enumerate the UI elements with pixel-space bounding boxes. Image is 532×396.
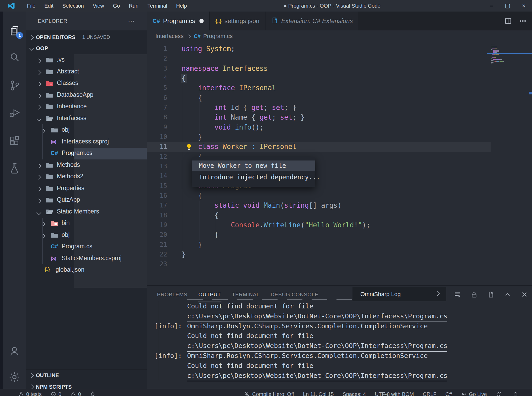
code-line-11[interactable]: 11 class Worker : IPersonel: [147, 142, 532, 152]
status-utf-8-with-bom[interactable]: UTF-8 with BOM: [375, 391, 414, 396]
workspace-root-oop[interactable]: OOP: [26, 42, 147, 54]
folder-pink-icon: [51, 220, 58, 227]
menu-go[interactable]: Go: [108, 0, 124, 12]
status-crlf[interactable]: CRLF: [423, 391, 436, 396]
maximize-button[interactable]: ▢: [500, 0, 516, 12]
tree-item-quizapp[interactable]: QuizApp: [26, 194, 147, 206]
activity-settings-gear[interactable]: [3, 365, 26, 389]
zap-off-icon: [244, 391, 250, 396]
tree-item-databaseapp[interactable]: DatabaseApp: [26, 89, 147, 101]
activity-source-control[interactable]: [3, 73, 26, 97]
status-go-live[interactable]: Go Live: [461, 391, 487, 396]
tree-item-methods[interactable]: Methods: [26, 159, 147, 171]
status-0-tests[interactable]: 0 tests: [18, 391, 42, 396]
status-flame[interactable]: [90, 391, 98, 396]
code-line-19[interactable]: 19 Console.WriteLine("Hello World!");: [147, 220, 532, 230]
outline-section[interactable]: OUTLINE: [26, 369, 147, 381]
menu-item-move-worker-to-new-file[interactable]: Move Worker to new file: [192, 160, 315, 171]
code-line-22[interactable]: 22}: [147, 250, 532, 259]
tree-item-abstract[interactable]: Abstract: [26, 66, 147, 78]
code-line-17[interactable]: 17 static void Main(string[] args): [147, 201, 532, 210]
activity-testing[interactable]: [3, 156, 26, 180]
tree-item-properties[interactable]: Properties: [26, 183, 147, 195]
code-line-4[interactable]: 4{: [147, 73, 532, 83]
activity-run-debug[interactable]: [3, 101, 26, 124]
code-line-2[interactable]: 2: [147, 54, 532, 63]
status-person[interactable]: [496, 391, 504, 396]
code-line-1[interactable]: 1using System;: [147, 44, 532, 54]
panel-tab-output[interactable]: OUTPUT: [198, 286, 221, 303]
tree-item-bin[interactable]: bin: [26, 218, 147, 229]
more-actions-icon[interactable]: ⋯: [128, 17, 135, 25]
activity-account[interactable]: [3, 339, 26, 363]
tree-item-obj[interactable]: obj: [26, 124, 147, 136]
activity-search[interactable]: [3, 46, 26, 69]
code-line-10[interactable]: 10 }: [147, 132, 532, 142]
open-log-file-icon[interactable]: [487, 291, 495, 298]
clear-output-icon[interactable]: [453, 291, 461, 298]
panel-tab-terminal[interactable]: TERMINAL: [231, 286, 260, 303]
account-icon: [8, 345, 20, 357]
folder-icon: [51, 126, 58, 134]
line-number: 16: [147, 191, 167, 201]
menu-terminal[interactable]: Terminal: [143, 0, 172, 12]
code-line-6[interactable]: 6 {: [147, 93, 532, 103]
log-selector-dropdown[interactable]: OmniSharp Log: [352, 287, 446, 301]
code-line-9[interactable]: 9 void info();: [147, 122, 532, 132]
tree-item-program-cs[interactable]: C#Program.cs: [26, 148, 147, 159]
code-line-21[interactable]: 21 }: [147, 240, 532, 250]
tree-item-obj[interactable]: obj: [26, 229, 147, 241]
maximize-panel-icon[interactable]: [504, 291, 512, 298]
code-editor[interactable]: Move Worker to new fileIntroduce injecte…: [147, 12, 532, 285]
activity-files[interactable]: 1: [3, 19, 26, 42]
code-line-5[interactable]: 5 interface IPersonal: [147, 83, 532, 93]
code-line-23[interactable]: 23: [147, 259, 532, 269]
code-line-16[interactable]: 16 {: [147, 191, 532, 201]
lock-icon[interactable]: [470, 291, 478, 298]
minimize-button[interactable]: –: [483, 0, 500, 12]
menu-help[interactable]: Help: [172, 0, 191, 12]
code-line-20[interactable]: 20 }: [147, 230, 532, 240]
tree-item-interfacess-csproj[interactable]: ⋈Interfacess.csproj: [26, 136, 147, 148]
tree-item-static-members-csproj[interactable]: ⋈Static-Members.csproj: [26, 253, 147, 265]
menu-view[interactable]: View: [88, 0, 108, 12]
panel-tab-problems[interactable]: PROBLEMS: [156, 286, 188, 303]
line-number: 3: [147, 64, 167, 73]
menu-file[interactable]: File: [23, 0, 40, 12]
status-0[interactable]: 0: [51, 391, 61, 396]
output-file-link[interactable]: c:\Users\pc\Desktop\Website\DotNet-Core\…: [187, 311, 447, 322]
menu-edit[interactable]: Edit: [40, 0, 58, 12]
code-line-18[interactable]: 18 {: [147, 211, 532, 220]
status-0[interactable]: 0: [70, 391, 81, 396]
open-editors-section[interactable]: OPEN EDITORS 1 UNSAVED: [26, 31, 147, 43]
close-panel-icon[interactable]: [520, 291, 528, 298]
tree-item-classes[interactable]: Classes: [26, 78, 147, 89]
status-spaces-4[interactable]: Spaces: 4: [343, 391, 366, 396]
tree-item--vs[interactable]: .vs: [26, 54, 147, 66]
tree-item-methods2[interactable]: Methods2: [26, 171, 147, 183]
output-file-link[interactable]: c:\Users\pc\Desktop\Website\DotNet-Core\…: [187, 341, 447, 352]
tree-item-global-json[interactable]: {..}global.json: [26, 264, 147, 276]
status-compile-hero-off[interactable]: Compile Hero: Off: [244, 391, 294, 396]
close-button[interactable]: ×: [516, 0, 532, 12]
menu-run[interactable]: Run: [124, 0, 143, 12]
window-controls: – ▢ ×: [483, 0, 532, 12]
code-line-3[interactable]: 3namespace Interfacess: [147, 64, 532, 73]
activity-extensions[interactable]: [3, 129, 26, 153]
panel-tab-debug-console[interactable]: DEBUG CONSOLE: [270, 286, 319, 303]
status-ln-11-col-15[interactable]: Ln 11, Col 15: [303, 391, 334, 396]
menu-selection[interactable]: Selection: [58, 0, 88, 12]
tree-item-static-members[interactable]: Static-Members: [26, 206, 147, 218]
tree-item-inheritance[interactable]: Inheritance: [26, 101, 147, 113]
tree-item-interfacess[interactable]: Interfacess: [26, 113, 147, 125]
menu-item-introduce-injected-dependency-[interactable]: Introduce injected dependency...: [192, 172, 315, 183]
code-line-7[interactable]: 7 int Id { get; set; }: [147, 103, 532, 113]
sidebar-header: EXPLORER ⋯: [26, 12, 147, 30]
tree-item-label: Interfacess: [57, 115, 86, 122]
chevron-down-icon: [37, 211, 41, 215]
status-c#[interactable]: C#: [445, 391, 452, 396]
tree-item-program-cs[interactable]: C#Program.cs: [26, 241, 147, 253]
output-file-link[interactable]: c:\Users\pc\Desktop\Website\DotNet-Core\…: [187, 371, 447, 382]
code-line-8[interactable]: 8 int Name { get; set; }: [147, 113, 532, 122]
status-bell[interactable]: [513, 391, 520, 396]
